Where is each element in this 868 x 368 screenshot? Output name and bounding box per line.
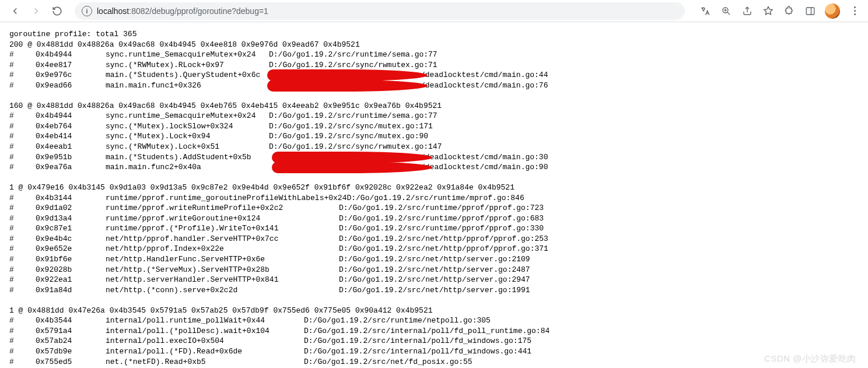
stack-frame: #0x9e652enet/http/pprof.Index+0x22eD:/Go… [9, 244, 859, 254]
stack-frame: #0x57ab24internal/poll.execIO+0x504D:/Go… [9, 336, 859, 346]
frame-func: sync.(*RWMutex).Lock+0x51 [106, 142, 269, 152]
frame-func: runtime/pprof.writeGoroutine+0x124 [106, 213, 339, 224]
frame-func: internal/poll.execIO+0x504 [106, 336, 304, 346]
profile-avatar[interactable] [825, 3, 840, 19]
frame-func: net/http.HandlerFunc.ServeHTTP+0x6e [106, 254, 339, 265]
frame-prefix: # [9, 121, 36, 132]
stack-frame: #0x922ea1net/http.serverHandler.ServeHTT… [9, 275, 859, 285]
stack-frame: #0x4eb414sync.(*Mutex).Lock+0x94D:/Go/go… [9, 131, 859, 142]
url-text: localhost:8082/debug/pprof/goroutine?deb… [97, 6, 268, 16]
frame-prefix: # [9, 285, 36, 296]
toolbar-right-icons [699, 3, 861, 19]
site-info-icon[interactable]: i [82, 6, 92, 16]
frame-file: D:/Go/go1.19.2/src/net/http/server.go:21… [339, 255, 530, 264]
frame-addr: 0x9d13a4 [36, 213, 106, 224]
svg-rect-1 [806, 8, 814, 15]
stack-frame: #0x9ea76amain.main.func2+0x40a/deadlockt… [9, 162, 859, 173]
block-header: 1 @ 0x4881dd 0x47e26a 0x4b3545 0x5791a5 … [9, 306, 859, 316]
frame-func: runtime/pprof.runtime_goroutineProfileWi… [106, 193, 346, 204]
frame-addr: 0x9d1a02 [36, 203, 106, 213]
block-header: 160 @ 0x4881dd 0x48826a 0x49ac68 0x4b494… [9, 101, 859, 111]
frame-file: D:/Go/go1.19.2/src/net/http/server.go:29… [339, 275, 530, 284]
frame-prefix: # [9, 213, 36, 224]
frame-file: D:/Go/go1.19.2/src/runtime/pprof/pprof.g… [339, 224, 544, 233]
share-icon[interactable] [741, 5, 754, 17]
frame-prefix: # [9, 80, 36, 91]
frame-prefix: # [9, 275, 36, 285]
frame-func: net/http.serverHandler.ServeHTTP+0x841 [106, 275, 339, 285]
frame-addr: 0x755ed5 [36, 357, 106, 367]
frame-addr: 0x4ee817 [36, 60, 106, 71]
frame-file: D:/Go/go1.19.2/src/sync/rwmutex.go:71 [269, 61, 438, 69]
frame-func: sync.runtime_SemacquireMutex+0x24 [106, 111, 269, 121]
stack-frame: #0x91a84dnet/http.(*conn).serve+0x2c2dD:… [9, 285, 859, 296]
stack-frame: #0x4b3144runtime/pprof.runtime_goroutine… [9, 193, 859, 204]
frame-file: /deadlocktest/cmd/main.go:44 [421, 71, 548, 79]
frame-prefix: # [9, 162, 36, 173]
stack-frame: #0x92028bnet/http.(*ServeMux).ServeHTTP+… [9, 265, 859, 275]
frame-func: internal/poll.runtime_pollWait+0x44 [106, 316, 304, 326]
browser-toolbar: i localhost:8082/debug/pprof/goroutine?d… [0, 0, 868, 22]
stack-frame: #0x4eb764sync.(*Mutex).lockSlow+0x324D:/… [9, 121, 859, 132]
menu-button[interactable] [848, 5, 861, 17]
stack-frame: #0x57db9einternal/poll.(*FD).Read+0x6deD… [9, 346, 859, 357]
frame-func: net/http.(*conn).serve+0x2c2d [106, 285, 339, 296]
frame-addr: 0x9ead66 [36, 80, 106, 91]
stack-frame: #0x9ead66main.main.func1+0x326/deadlockt… [9, 80, 859, 91]
frame-func: sync.runtime_SemacquireMutex+0x24 [106, 50, 269, 60]
back-button[interactable] [7, 3, 23, 19]
zoom-icon[interactable] [720, 5, 733, 17]
frame-file: D:/Go/go1.19.2/src/sync/mutex.go:90 [269, 132, 428, 141]
frame-file: D:/Go/go1.19.2/src/net/fd_posix.go:55 [304, 358, 473, 366]
frame-addr: 0x9e976c [36, 70, 106, 80]
frame-file: D:/Go/go1.19.2/src/internal/poll/fd_wind… [304, 347, 531, 356]
frame-addr: 0x4b4944 [36, 50, 106, 60]
browser-window: { "toolbar": { "url_host": "localhost", … [0, 0, 868, 368]
frame-file: /deadlocktest/cmd/main.go:76 [421, 81, 548, 90]
url-bar[interactable]: i localhost:8082/debug/pprof/goroutine?d… [75, 2, 685, 20]
forward-button[interactable] [28, 3, 44, 19]
stack-frame: #0x9d13a4runtime/pprof.writeGoroutine+0x… [9, 213, 859, 224]
frame-prefix: # [9, 326, 36, 337]
frame-file: D:/Go/go1.19.2/src/runtime/sema.go:77 [269, 111, 438, 120]
extensions-icon[interactable] [783, 5, 796, 17]
watermark: CSDN @小沙弥爱吃肉 [764, 353, 856, 365]
frame-addr: 0x9e951b [36, 152, 106, 163]
frame-file: D:/Go/go1.19.2/src/net/http/pprof/pprof.… [339, 244, 548, 253]
frame-prefix: # [9, 111, 36, 121]
frame-func: net/http/pprof.handler.ServeHTTP+0x7cc [106, 234, 339, 244]
stack-frame: #0x9c87e1runtime/pprof.(*Profile).WriteT… [9, 223, 859, 234]
bookmark-star-icon[interactable] [762, 5, 775, 17]
side-panel-icon[interactable] [804, 5, 817, 17]
translate-icon[interactable] [699, 5, 712, 17]
frame-prefix: # [9, 346, 36, 357]
stack-frame: #0x91bf6enet/http.HandlerFunc.ServeHTTP+… [9, 254, 859, 265]
stack-frame: #0x4b4944sync.runtime_SemacquireMutex+0x… [9, 50, 859, 60]
frame-prefix: # [9, 50, 36, 60]
frame-addr: 0x9ea76a [36, 162, 106, 173]
stack-frame: #0x755ed5net.(*netFD).Read+0xb5D:/Go/go1… [9, 357, 859, 367]
frame-addr: 0x4b4944 [36, 111, 106, 121]
page-content: goroutine profile: total 365200 @ 0x4881… [0, 22, 868, 368]
frame-func: runtime/pprof.writeRuntimeProfile+0x2c2 [106, 203, 339, 213]
stack-frame: #0x5791a4internal/poll.(*pollDesc).wait+… [9, 326, 859, 337]
profile-header: goroutine profile: total 365 [9, 29, 859, 40]
frame-addr: 0x4eb414 [36, 131, 106, 142]
frame-func: internal/poll.(*pollDesc).wait+0x104 [106, 326, 304, 337]
frame-prefix: # [9, 60, 36, 71]
stack-frame: #0x9e976cmain.(*Students).QueryStudent+0… [9, 70, 859, 80]
frame-addr: 0x57db9e [36, 346, 106, 357]
frame-file: D:/Go/go1.19.2/src/runtime/pprof/pprof.g… [339, 214, 544, 223]
blank-line [9, 173, 859, 183]
reload-button[interactable] [49, 3, 65, 19]
stack-frame: #0x4b3544internal/poll.runtime_pollWait+… [9, 316, 859, 326]
frame-prefix: # [9, 70, 36, 80]
frame-addr: 0x9c87e1 [36, 223, 106, 234]
frame-addr: 0x4b3144 [36, 193, 106, 204]
blank-line [9, 90, 859, 101]
frame-prefix: # [9, 244, 36, 254]
frame-func: sync.(*Mutex).Lock+0x94 [106, 131, 269, 142]
frame-addr: 0x9e4b4c [36, 234, 106, 244]
frame-file: D:/Go/go1.19.2/src/internal/poll/fd_poll… [304, 327, 550, 335]
stack-frame: #0x9e4b4cnet/http/pprof.handler.ServeHTT… [9, 234, 859, 244]
